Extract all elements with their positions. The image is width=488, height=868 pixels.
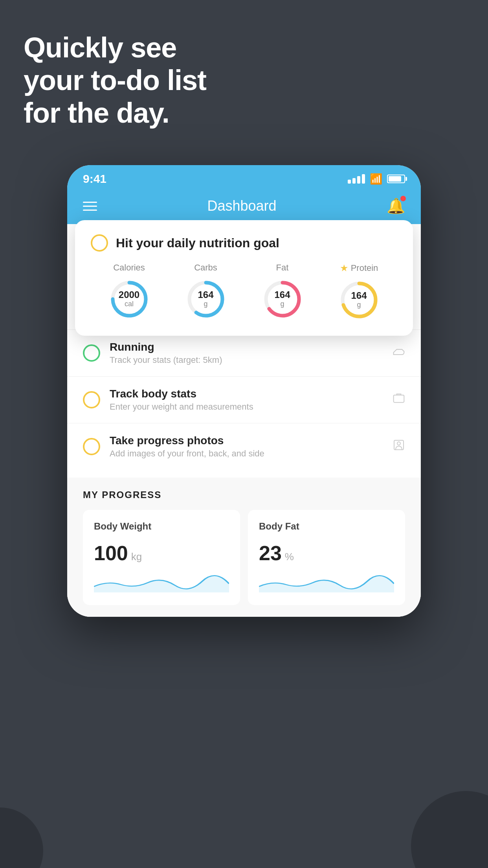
- svg-point-10: [397, 442, 400, 445]
- todo-title-1: Track body stats: [110, 388, 383, 400]
- hamburger-line-2: [83, 206, 97, 207]
- notification-dot: [400, 196, 406, 201]
- mini-chart-0: [94, 573, 229, 592]
- donut-value-calories: 2000: [119, 290, 139, 300]
- donut-ring-calories: 2000 cal: [108, 278, 151, 321]
- content-area: THINGS TO DO TODAY Hit your daily nutrit…: [67, 224, 421, 617]
- bg-circle-right: [411, 791, 488, 868]
- svg-rect-8: [394, 395, 404, 403]
- nutrition-circles: Calories 2000 cal Carbs 164 g Fat: [91, 263, 397, 322]
- hamburger-line-1: [83, 202, 97, 203]
- status-bar: 9:41 📶: [67, 165, 421, 189]
- hamburger-button[interactable]: [83, 202, 97, 211]
- status-time: 9:41: [83, 172, 106, 186]
- phone-wrapper: 9:41 📶 Dashboard: [67, 165, 421, 617]
- nutrition-label-calories: Calories: [113, 263, 145, 273]
- progress-section: MY PROGRESS Body Weight 100 kg Body Fat …: [67, 478, 421, 617]
- todo-text-0: Running Track your stats (target: 5km): [110, 341, 383, 365]
- progress-card-title-1: Body Fat: [259, 521, 394, 532]
- todo-text-2: Take progress photos Add images of your …: [110, 434, 383, 459]
- todo-item-2[interactable]: Take progress photos Add images of your …: [67, 423, 421, 470]
- progress-card-title-0: Body Weight: [94, 521, 229, 532]
- progress-header: MY PROGRESS: [83, 489, 405, 500]
- progress-big-value-0: 100: [94, 541, 128, 565]
- star-icon: ★: [340, 263, 349, 274]
- nutrition-card: Hit your daily nutrition goal Calories 2…: [75, 220, 413, 336]
- todo-title-2: Take progress photos: [110, 434, 383, 447]
- nutrition-item-calories: Calories 2000 cal: [108, 263, 151, 322]
- progress-value-row-1: 23 %: [259, 541, 394, 565]
- donut-center-calories: 2000 cal: [119, 290, 139, 308]
- hero-line-1: Quickly see: [24, 31, 206, 64]
- status-icons: 📶: [348, 173, 405, 185]
- donut-ring-carbs: 164 g: [184, 278, 227, 321]
- todo-checkbox-0[interactable]: [83, 344, 100, 362]
- battery-fill: [389, 176, 401, 182]
- mini-chart-1: [259, 573, 394, 592]
- signal-bar-4: [362, 174, 365, 184]
- bg-circle-left: [0, 807, 43, 868]
- phone: 9:41 📶 Dashboard: [67, 165, 421, 617]
- hero-line-3: for the day.: [24, 97, 206, 129]
- donut-unit-fat: g: [274, 300, 290, 309]
- donut-value-protein: 164: [351, 291, 367, 301]
- signal-bars-icon: [348, 174, 365, 184]
- todo-checkbox-2[interactable]: [83, 438, 100, 455]
- donut-ring-protein: 164 g: [338, 278, 381, 322]
- donut-center-carbs: 164 g: [198, 290, 213, 308]
- donut-value-fat: 164: [274, 290, 290, 300]
- signal-bar-2: [352, 178, 356, 184]
- todo-item-1[interactable]: Track body stats Enter your weight and m…: [67, 376, 421, 423]
- progress-card-1[interactable]: Body Fat 23 %: [248, 510, 405, 605]
- hero-text: Quickly see your to-do list for the day.: [24, 31, 206, 129]
- todo-item-0[interactable]: Running Track your stats (target: 5km): [67, 329, 421, 376]
- nutrition-item-fat: Fat 164 g: [261, 263, 304, 322]
- hamburger-line-3: [83, 210, 97, 211]
- donut-unit-protein: g: [351, 301, 367, 309]
- progress-cards: Body Weight 100 kg Body Fat 23 %: [83, 510, 405, 605]
- todo-subtitle-1: Enter your weight and measurements: [110, 402, 383, 412]
- nutrition-card-title: Hit your daily nutrition goal: [116, 236, 279, 250]
- hero-line-2: your to-do list: [24, 64, 206, 97]
- donut-ring-fat: 164 g: [261, 278, 304, 321]
- signal-bar-1: [348, 180, 351, 184]
- battery-icon: [387, 175, 405, 183]
- donut-value-carbs: 164: [198, 290, 213, 300]
- shoe-icon: [393, 345, 405, 361]
- person-icon: [393, 439, 405, 454]
- scale-icon: [393, 392, 405, 408]
- progress-big-value-1: 23: [259, 541, 282, 565]
- donut-center-protein: 164 g: [351, 291, 367, 309]
- signal-bar-3: [357, 176, 360, 184]
- card-header: Hit your daily nutrition goal: [91, 234, 397, 252]
- nav-bar: Dashboard 🔔: [67, 189, 421, 224]
- bell-button[interactable]: 🔔: [387, 197, 405, 215]
- progress-card-0[interactable]: Body Weight 100 kg: [83, 510, 240, 605]
- donut-center-fat: 164 g: [274, 290, 290, 308]
- progress-unit-1: %: [285, 551, 294, 563]
- donut-unit-calories: cal: [119, 300, 139, 309]
- todo-subtitle-2: Add images of your front, back, and side: [110, 449, 383, 459]
- todo-list: Running Track your stats (target: 5km) T…: [67, 329, 421, 470]
- todo-text-1: Track body stats Enter your weight and m…: [110, 388, 383, 412]
- nav-title: Dashboard: [207, 198, 276, 214]
- progress-value-row-0: 100 kg: [94, 541, 229, 565]
- todo-checkbox-1[interactable]: [83, 391, 100, 408]
- nutrition-label-protein: ★Protein: [340, 263, 378, 274]
- progress-unit-0: kg: [131, 551, 142, 563]
- todo-title-0: Running: [110, 341, 383, 353]
- nutrition-label-carbs: Carbs: [194, 263, 217, 273]
- todo-subtitle-0: Track your stats (target: 5km): [110, 355, 383, 365]
- nutrition-item-protein: ★Protein 164 g: [338, 263, 381, 322]
- nutrition-checkbox[interactable]: [91, 234, 108, 252]
- nutrition-label-fat: Fat: [276, 263, 289, 273]
- donut-unit-carbs: g: [198, 300, 213, 309]
- nutrition-item-carbs: Carbs 164 g: [184, 263, 227, 322]
- wifi-icon: 📶: [370, 173, 382, 185]
